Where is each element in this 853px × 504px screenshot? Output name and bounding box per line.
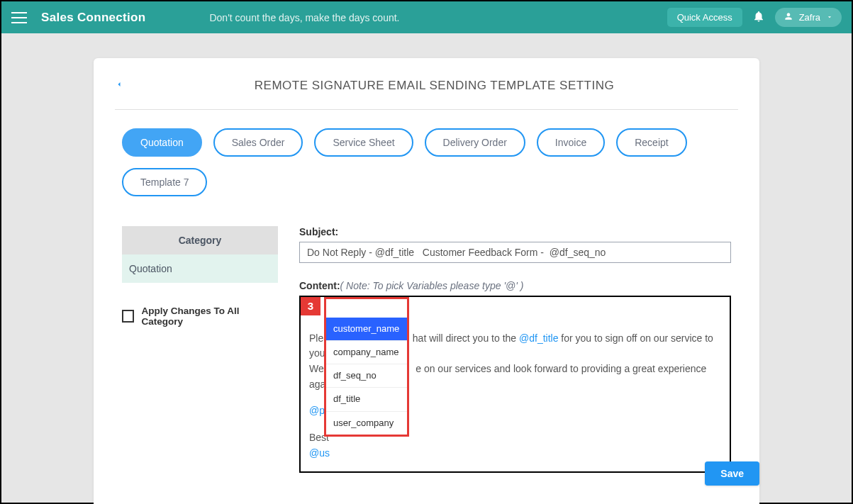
top-bar: Sales Connection Don't count the days, m… (1, 1, 852, 33)
tab-template-7[interactable]: Template 7 (122, 168, 207, 196)
user-icon (784, 11, 793, 23)
apply-all-label: Apply Changes To All Category (141, 306, 278, 327)
variable-dropdown: customer_name company_name df_seq_no df_… (324, 297, 409, 437)
category-sidebar: Category Quotation Apply Changes To All … (122, 226, 278, 473)
tab-receipt[interactable]: Receipt (616, 128, 686, 157)
template-tabs: Quotation Sales Order Service Sheet Deli… (115, 128, 738, 196)
dropdown-item-df-title[interactable]: df_title (326, 388, 407, 411)
dropdown-item-df-seq-no[interactable]: df_seq_no (326, 364, 407, 388)
dropdown-item-user-company[interactable]: user_company (326, 412, 407, 435)
settings-card: REMOTE SIGNATURE EMAIL SENDING TEMPLATE … (94, 58, 759, 504)
tab-quotation[interactable]: Quotation (122, 128, 202, 157)
step-marker-3: 3 (301, 297, 320, 315)
subject-label: Subject: (299, 226, 731, 237)
back-button[interactable] (115, 78, 123, 94)
category-header: Category (122, 226, 278, 254)
quick-access-button[interactable]: Quick Access (667, 8, 742, 27)
tab-sales-order[interactable]: Sales Order (213, 128, 303, 157)
save-button[interactable]: Save (705, 461, 759, 486)
slogan-text: Don't count the days, make the days coun… (209, 12, 399, 23)
menu-icon[interactable] (11, 12, 27, 23)
content-editor[interactable]: 3 @ customer_name company_name df_seq_no… (299, 296, 731, 473)
page-title: REMOTE SIGNATURE EMAIL SENDING TEMPLATE … (130, 79, 738, 93)
subject-input[interactable] (299, 242, 731, 263)
brand-title: Sales Connection (41, 11, 145, 25)
divider (115, 109, 738, 110)
content-line-8: @us (309, 446, 721, 461)
bell-icon[interactable] (752, 10, 765, 26)
content-label: Content: (299, 280, 340, 291)
content-note: ( Note: To pick Variables please type '@… (340, 280, 524, 291)
user-name: Zafra (799, 12, 820, 23)
user-menu[interactable]: Zafra (775, 8, 842, 27)
chevron-down-icon (826, 12, 833, 23)
dropdown-item-company-name[interactable]: company_name (326, 341, 407, 364)
tab-delivery-order[interactable]: Delivery Order (425, 128, 525, 157)
apply-all-checkbox[interactable] (122, 310, 134, 323)
dropdown-item-customer-name[interactable]: customer_name (326, 318, 407, 341)
tab-invoice[interactable]: Invoice (537, 128, 605, 157)
category-item-quotation[interactable]: Quotation (122, 254, 278, 283)
tab-service-sheet[interactable]: Service Sheet (314, 128, 413, 157)
